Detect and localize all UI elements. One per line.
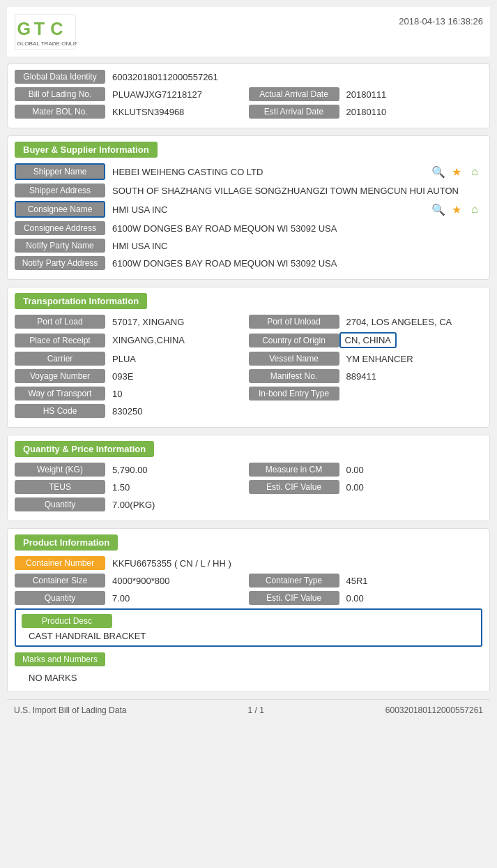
quantity-qp-row: Quantity 7.00(PKG) [15, 497, 482, 511]
global-data-row: Global Data Identity 6003201801120005572… [15, 70, 482, 84]
buyer-supplier-header: Buyer & Supplier Information [15, 142, 482, 163]
container-size-type-row: Container Size 4000*900*800 Container Ty… [15, 574, 482, 588]
consignee-name-label: Consignee Name [15, 201, 105, 218]
actual-arrival-label: Actual Arrival Date [249, 87, 339, 101]
star-icon-2[interactable]: ★ [449, 202, 464, 217]
teus-label: TEUS [15, 480, 105, 494]
voyage-number-label: Voyage Number [15, 369, 105, 383]
port-of-unload-value: 2704, LOS ANGELES, CA [339, 317, 452, 327]
esti-cif-pi-label: Esti. CIF Value [249, 591, 339, 605]
carrier-label: Carrier [15, 352, 105, 366]
way-inbond-row: Way of Transport 10 In-bond Entry Type [15, 387, 482, 401]
esti-cif-pi-value: 0.00 [339, 593, 364, 604]
carrier-value: PLUA [105, 354, 136, 364]
master-bol-row: Mater BOL No. KKLUTSN394968 Esti Arrival… [15, 105, 482, 119]
way-of-transport-label: Way of Transport [15, 387, 105, 401]
marks-label-row: Marks and Numbers [15, 652, 482, 666]
footer-right: 600320180112000557261 [385, 705, 483, 715]
notify-party-name-value: HMI USA INC [105, 241, 167, 251]
logo: G T C GLOBAL TRADE ONLINE LIMITED [14, 13, 77, 51]
transportation-header: Transportation Information [15, 293, 482, 315]
country-of-origin-label: Country of Origin [249, 334, 339, 347]
consignee-address-value: 6100W DONGES BAY ROAD MEQUON WI 53092 US… [105, 223, 337, 234]
home-icon-2[interactable]: ⌂ [467, 202, 482, 217]
svg-text:C: C [50, 19, 63, 38]
global-data-value: 600320180112000557261 [105, 72, 218, 82]
hs-code-row: HS Code 830250 [15, 404, 482, 418]
shipper-address-label: Shipper Address [15, 184, 105, 197]
quantity-price-header: Quantity & Price Information [15, 441, 482, 463]
logo-svg: G T C GLOBAL TRADE ONLINE LIMITED [14, 13, 77, 51]
consignee-address-label: Consignee Address [15, 221, 105, 235]
container-type-value: 45R1 [339, 576, 368, 586]
svg-text:T: T [34, 19, 45, 38]
teus-cif-row: TEUS 1.50 Esti. CIF Value 0.00 [15, 480, 482, 494]
quantity-qp-value: 7.00(PKG) [105, 500, 155, 510]
product-info-header: Product Information [15, 534, 482, 556]
marks-numbers-label: Marks and Numbers [15, 652, 105, 666]
port-of-load-value: 57017, XINGANG [105, 317, 184, 327]
shipper-address-row: Shipper Address SOUTH OF SHAZHANG VILLAG… [15, 184, 482, 197]
voyage-number-value: 093E [105, 371, 133, 382]
way-of-transport-value: 10 [105, 389, 122, 399]
top-info-card: Global Data Identity 6003201801120005572… [7, 63, 490, 128]
bol-row: Bill of Lading No. PLUAWJXG71218127 Actu… [15, 87, 482, 101]
notify-party-address-value: 6100W DONGES BAY ROAD MEQUON WI 53092 US… [105, 258, 337, 269]
weight-label: Weight (KG) [15, 463, 105, 477]
measure-in-cm-value: 0.00 [339, 465, 364, 475]
bol-value: PLUAWJXG71218127 [105, 89, 202, 100]
in-bond-entry-label: In-bond Entry Type [249, 387, 339, 401]
page-footer: U.S. Import Bill of Lading Data 1 / 1 60… [7, 699, 490, 721]
manifest-no-value: 889411 [339, 371, 376, 382]
manifest-no-label: Manifest No. [249, 369, 339, 383]
search-icon[interactable]: 🔍 [431, 164, 446, 179]
vessel-name-label: Vessel Name [249, 352, 339, 366]
marks-numbers-value-row: NO MARKS [15, 670, 482, 686]
carrier-vessel-row: Carrier PLUA Vessel Name YM ENHANCER [15, 352, 482, 366]
voyage-manifest-row: Voyage Number 093E Manifest No. 889411 [15, 369, 482, 383]
notify-party-address-row: Notify Party Address 6100W DONGES BAY RO… [15, 256, 482, 270]
esti-arrival-value: 20180110 [339, 107, 387, 117]
footer-center: 1 / 1 [247, 705, 263, 715]
master-bol-label: Mater BOL No. [15, 105, 105, 119]
global-data-label: Global Data Identity [15, 70, 105, 84]
product-desc-value-row: CAST HANDRAIL BRACKET [22, 631, 475, 641]
hs-code-value: 830250 [105, 406, 142, 417]
buyer-supplier-title: Buyer & Supplier Information [15, 142, 158, 158]
weight-measure-row: Weight (KG) 5,790.00 Measure in CM 0.00 [15, 463, 482, 477]
shipper-name-row: Shipper Name HEBEI WEIHENG CASTING CO LT… [15, 163, 482, 180]
container-number-row: Container Number KKFU6675355 ( CN / L / … [15, 556, 482, 570]
consignee-address-row: Consignee Address 6100W DONGES BAY ROAD … [15, 221, 482, 235]
marks-numbers-value: NO MARKS [22, 673, 77, 683]
actual-arrival-value: 20180111 [339, 89, 387, 100]
svg-text:G: G [17, 19, 31, 38]
product-desc-label: Product Desc [22, 614, 112, 628]
port-of-load-label: Port of Load [15, 315, 105, 329]
consignee-name-value: HMI USA INC [105, 204, 167, 215]
container-number-label: Container Number [15, 556, 105, 570]
container-size-value: 4000*900*800 [105, 576, 169, 586]
bol-label: Bill of Lading No. [15, 87, 105, 101]
search-icon-2[interactable]: 🔍 [431, 202, 446, 217]
product-desc-value: CAST HANDRAIL BRACKET [22, 631, 146, 641]
svg-text:GLOBAL TRADE ONLINE LIMITED: GLOBAL TRADE ONLINE LIMITED [17, 40, 77, 47]
master-bol-value: KKLUTSN394968 [105, 107, 184, 117]
shipper-name-label: Shipper Name [15, 163, 105, 180]
notify-party-name-row: Notify Party Name HMI USA INC [15, 239, 482, 253]
notify-party-name-label: Notify Party Name [15, 239, 105, 253]
esti-cif-qp-value: 0.00 [339, 482, 364, 493]
quantity-pi-value: 7.00 [105, 593, 130, 604]
notify-party-address-label: Notify Party Address [15, 256, 105, 270]
hs-code-label: HS Code [15, 404, 105, 418]
shipper-name-value: HEBEI WEIHENG CASTING CO LTD [105, 167, 263, 177]
home-icon[interactable]: ⌂ [467, 164, 482, 179]
product-desc-label-row: Product Desc [22, 614, 475, 628]
transportation-title: Transportation Information [15, 293, 147, 309]
star-icon[interactable]: ★ [449, 164, 464, 179]
quantity-price-title: Quantity & Price Information [15, 441, 154, 457]
footer-left: U.S. Import Bill of Lading Data [14, 705, 126, 715]
quantity-pi-label: Quantity [15, 591, 105, 605]
container-type-label: Container Type [249, 574, 339, 588]
quantity-qp-label: Quantity [15, 497, 105, 511]
place-of-receipt-label: Place of Receipt [15, 334, 105, 347]
